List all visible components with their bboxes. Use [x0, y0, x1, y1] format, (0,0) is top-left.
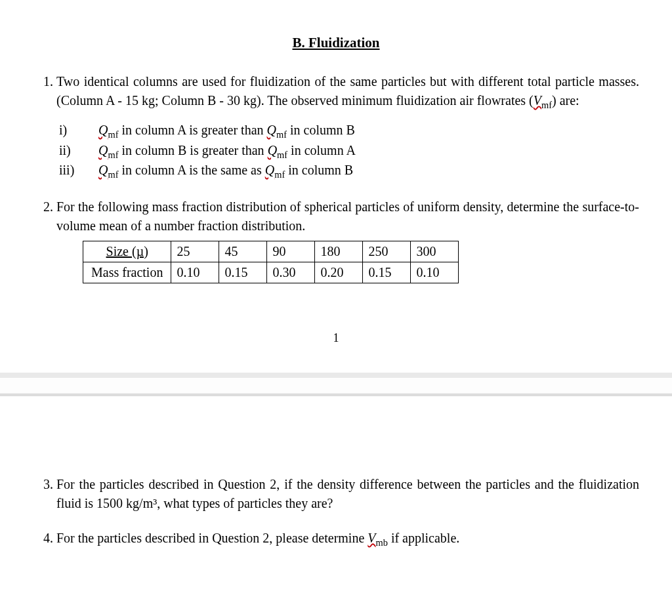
q2-frac-0: 0.10 — [171, 262, 219, 283]
question-4: For the particles described in Question … — [56, 529, 639, 550]
q1-opt-i-label: i) — [59, 121, 98, 139]
q2-size-2: 90 — [267, 241, 315, 262]
q2-size-1: 45 — [219, 241, 267, 262]
page-number: 1 — [33, 329, 639, 346]
q1-q-1a: Q — [98, 123, 108, 137]
q1-iii-mid: in column A is the same as — [118, 163, 264, 177]
q2-table: Size (µ) 25 45 90 180 250 300 Mass fract… — [83, 241, 459, 283]
table-row: Size (µ) 25 45 90 180 250 300 — [83, 241, 459, 262]
q1-opt-i-text: Qmf in column A is greater than Qmf in c… — [98, 121, 355, 141]
q2-size-5: 300 — [411, 241, 459, 262]
q1-opt-ii-label: ii) — [59, 142, 98, 159]
q2-frac-1: 0.15 — [219, 262, 267, 283]
q1-option-i: i) Qmf in column A is greater than Qmf i… — [59, 121, 639, 141]
q1-i-end: in column B — [287, 123, 355, 137]
question-2: For the following mass fraction distribu… — [56, 197, 639, 283]
q1-ii-end: in column A — [287, 143, 356, 157]
q1-q-2b: Q — [268, 143, 277, 157]
q2-row1-label-text: Size (µ) — [106, 244, 148, 258]
q1-qs-1b: mf — [276, 129, 287, 140]
q1-opt-ii-text: Qmf in column B is greater than Qmf in c… — [98, 142, 356, 161]
q4-vmb: Vmb — [368, 531, 388, 545]
q1-qs-1a: mf — [108, 129, 118, 140]
q2-frac-3: 0.20 — [315, 262, 363, 283]
q1-opt-iii-label: iii) — [59, 161, 98, 179]
q4-v: V — [368, 531, 375, 545]
q1-ii-mid: in column B is greater than — [118, 143, 267, 157]
q2-size-0: 25 — [171, 241, 219, 262]
q4-text-a: For the particles described in Question … — [56, 531, 368, 545]
q1-opt-iii-text: Qmf in column A is the same as Qmf in co… — [98, 161, 353, 181]
q1-qs-3b: mf — [274, 169, 285, 180]
q1-i-mid: in column A is greater than — [118, 123, 266, 137]
q1-q-3b: Q — [265, 163, 274, 177]
q2-text: For the following mass fraction distribu… — [56, 199, 639, 233]
q4-text-b: if applicable. — [388, 531, 459, 545]
q1-qs-2a: mf — [108, 150, 118, 160]
q1-vmf-sub: mf — [541, 100, 552, 110]
q2-row1-label: Size (µ) — [83, 241, 171, 262]
q1-qs-3a: mf — [108, 169, 118, 180]
q1-option-iii: iii) Qmf in column A is the same as Qmf … — [59, 161, 639, 181]
q1-q-2a: Q — [98, 143, 108, 157]
q2-size-4: 250 — [363, 241, 411, 262]
q2-frac-4: 0.15 — [363, 262, 411, 283]
q1-vmf-sym: V — [534, 93, 541, 108]
q1-option-ii: ii) Qmf in column B is greater than Qmf … — [59, 142, 639, 161]
q4-vsub: mb — [376, 537, 388, 548]
q1-qs-2b: mf — [277, 150, 287, 160]
q1-iii-end: in column B — [285, 163, 353, 177]
q3-text: For the particles described in Question … — [56, 477, 639, 510]
q1-options: i) Qmf in column A is greater than Qmf i… — [59, 121, 639, 181]
page-break — [0, 373, 672, 396]
q2-frac-2: 0.30 — [267, 262, 315, 283]
q2-size-3: 180 — [315, 241, 363, 262]
q2-frac-5: 0.10 — [411, 262, 459, 283]
q1-text-b: ) are: — [552, 93, 579, 108]
section-title: B. Fluidization — [33, 33, 639, 52]
q2-row2-label: Mass fraction — [83, 262, 171, 283]
question-1: Two identical columns are used for fluid… — [56, 72, 639, 181]
table-row: Mass fraction 0.10 0.15 0.30 0.20 0.15 0… — [83, 262, 459, 283]
q1-q-1b: Q — [267, 123, 276, 137]
q1-q-3a: Q — [98, 163, 108, 177]
question-3: For the particles described in Question … — [56, 475, 639, 513]
q1-vmf: Vmf — [534, 93, 552, 108]
